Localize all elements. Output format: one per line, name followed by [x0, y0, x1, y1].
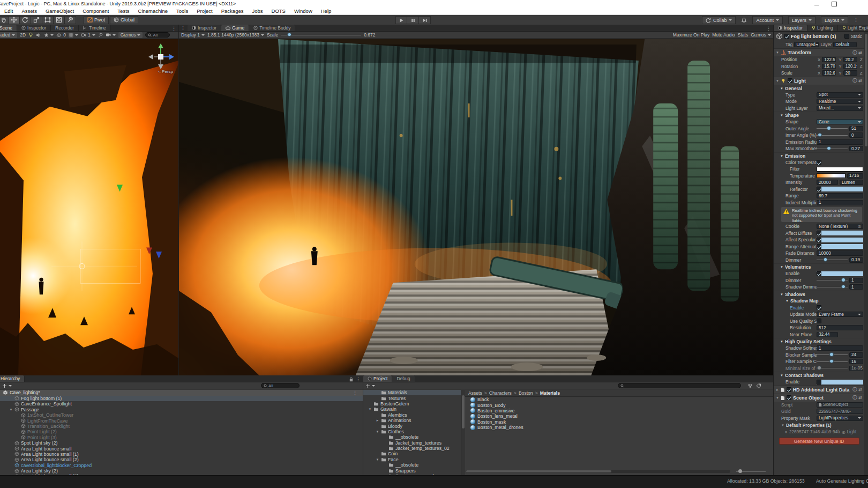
- shadow-enable-checkbox[interactable]: [817, 305, 821, 310]
- move-tool-button[interactable]: [9, 16, 20, 24]
- tab-project[interactable]: Project: [363, 375, 392, 382]
- maximize-button[interactable]: [832, 2, 837, 6]
- range-attenuation-checkbox[interactable]: [817, 244, 821, 249]
- scene-row-menu-icon[interactable]: ⋮: [353, 390, 357, 395]
- light-layer-dropdown[interactable]: Mixed...: [817, 106, 863, 111]
- shadow-dimmer-slider[interactable]: [817, 284, 848, 290]
- project-folder-row[interactable]: Bloody: [363, 423, 461, 428]
- rotation-x-field[interactable]: 15.702: [822, 64, 836, 69]
- menu-item[interactable]: Assets: [17, 8, 41, 14]
- intensity-field[interactable]: 20000: [817, 180, 838, 185]
- static-checkbox[interactable]: [844, 34, 849, 39]
- reflector-checkbox[interactable]: [817, 187, 821, 191]
- rect-tool-button[interactable]: [42, 16, 54, 24]
- material-asset-row[interactable]: Boston_mask: [465, 419, 773, 425]
- resolution-field[interactable]: 512: [817, 325, 863, 330]
- cookie-object-field[interactable]: None (Texture)⊙: [817, 224, 863, 229]
- generate-unique-id-button[interactable]: Generate New Unique ID: [779, 438, 859, 445]
- scale-x-field[interactable]: 102.6: [822, 70, 836, 76]
- section-volumetrics[interactable]: ▼Volumetrics: [774, 263, 864, 270]
- help-icon[interactable]: ⓘ: [852, 78, 857, 84]
- minimize-button[interactable]: [814, 2, 820, 6]
- layer-dropdown[interactable]: Default: [833, 42, 857, 47]
- pause-button[interactable]: [407, 16, 419, 24]
- breadcrumb-item[interactable]: Materials: [540, 390, 560, 396]
- scene-audio-toggle-icon[interactable]: [36, 33, 41, 38]
- stats-toggle[interactable]: Stats: [738, 32, 748, 38]
- scene-tools-icon[interactable]: [98, 33, 103, 38]
- gameobject-name[interactable]: Fog light bottom (1): [791, 34, 836, 39]
- shadow-softness-field[interactable]: 1: [817, 345, 863, 351]
- tab-inspector[interactable]: Inspector: [774, 25, 807, 31]
- hierarchy-create-button[interactable]: [2, 383, 12, 388]
- light-mode-dropdown[interactable]: Realtime: [817, 99, 863, 104]
- game-viewport[interactable]: [179, 39, 773, 375]
- project-folder-row[interactable]: Coin: [363, 451, 461, 456]
- toolbar-kebab-icon[interactable]: ⋮: [854, 18, 858, 23]
- scene-search-input[interactable]: All: [145, 32, 170, 38]
- tab-recorder[interactable]: Recorder: [51, 25, 79, 31]
- emission-dimmer-field[interactable]: 0.19: [849, 257, 863, 263]
- preset-icon[interactable]: ⇄: [858, 395, 862, 400]
- hierarchy-item[interactable]: 1stShot_OutlineTower: [0, 412, 363, 418]
- menu-item[interactable]: DOTS: [267, 8, 290, 14]
- menu-item[interactable]: Tools: [172, 8, 192, 14]
- auto-generate-lighting-status[interactable]: Auto Generate Lighting Off: [816, 478, 868, 484]
- affect-specular-checkbox[interactable]: [817, 238, 821, 242]
- light-type-dropdown[interactable]: Spot: [817, 92, 863, 98]
- hierarchy-item[interactable]: Area Light sky (2): [0, 468, 363, 474]
- pivot-toggle[interactable]: Pivot: [84, 16, 109, 24]
- hierarchy-item[interactable]: LightFromTheCave: [0, 418, 363, 423]
- menu-item[interactable]: Tests: [113, 8, 133, 14]
- minimal-size-field[interactable]: 1e-05: [849, 366, 863, 371]
- collab-button[interactable]: Collab: [702, 16, 736, 24]
- maximize-on-play-toggle[interactable]: Maximize On Play: [673, 32, 710, 38]
- rotate-tool-button[interactable]: [20, 16, 31, 24]
- affect-diffuse-checkbox[interactable]: [817, 231, 821, 235]
- project-folder-row[interactable]: ▼ Gawain: [363, 406, 461, 412]
- max-smoothness-field[interactable]: 0.27: [849, 146, 863, 151]
- project-tree-scrollbar[interactable]: [461, 390, 465, 475]
- effects-dropdown[interactable]: [44, 33, 54, 38]
- material-asset-row[interactable]: Boston_emmisive: [465, 408, 773, 413]
- shape-dropdown[interactable]: Cone: [817, 119, 863, 124]
- breadcrumb-item[interactable]: Assets: [468, 390, 489, 396]
- inner-angle-field[interactable]: 0: [849, 132, 863, 138]
- blocker-sample-field[interactable]: 24: [849, 352, 863, 358]
- default-property-item[interactable]: ▼ 22695747-7a46-4ab9-94b ⊙ Light: [774, 428, 864, 435]
- scene-gizmos-dropdown[interactable]: Gizmos: [118, 32, 143, 38]
- material-asset-row[interactable]: Black: [465, 397, 773, 402]
- range-field[interactable]: 89.7: [817, 193, 863, 198]
- material-asset-row[interactable]: Boston_Body: [465, 402, 773, 408]
- hd-light-data-header[interactable]: ► HD Additional Light Data ⓘ⇄: [774, 386, 864, 394]
- help-icon[interactable]: ⓘ: [852, 50, 857, 56]
- breadcrumb-item[interactable]: Characters: [489, 390, 519, 396]
- project-folder-row[interactable]: Alembics: [363, 412, 461, 418]
- menu-item[interactable]: Component: [78, 8, 113, 14]
- temperature-field[interactable]: 1716: [847, 173, 863, 179]
- emission-radius-field[interactable]: 1: [817, 139, 863, 145]
- scale-tool-button[interactable]: [31, 16, 42, 24]
- inner-angle-slider[interactable]: [817, 132, 848, 138]
- project-search-field[interactable]: [625, 383, 738, 388]
- outer-angle-field[interactable]: 51: [849, 126, 863, 131]
- 2d-toggle[interactable]: 2D: [20, 32, 26, 38]
- minimal-size-slider[interactable]: [817, 366, 848, 371]
- near-plane-field[interactable]: 32.44: [817, 332, 838, 337]
- blocker-sample-slider[interactable]: [817, 352, 848, 358]
- project-folder-row[interactable]: BostonGolem: [363, 401, 461, 406]
- project-folder-row[interactable]: Jacket_temp_textures: [363, 440, 461, 446]
- game-gizmos-dropdown[interactable]: Gizmos: [751, 32, 771, 38]
- update-mode-dropdown[interactable]: Every Frame: [817, 312, 863, 317]
- volumetrics-dimmer-field[interactable]: 1: [849, 278, 863, 283]
- game-tabbar-right-kebab-icon[interactable]: ⋮: [766, 26, 771, 31]
- perspective-toggle[interactable]: < Persp: [158, 69, 173, 74]
- indirect-multiplier-field[interactable]: 1: [817, 200, 863, 205]
- preset-icon[interactable]: ⇄: [858, 78, 862, 83]
- section-shape[interactable]: ▼Shape: [774, 112, 864, 119]
- hierarchy-item[interactable]: CaveEntrance_Spotlight: [0, 401, 363, 406]
- tab-inspector-left[interactable]: Inspector: [17, 25, 51, 31]
- asset-size-slider[interactable]: [736, 470, 766, 472]
- scene-object-checkbox[interactable]: [787, 395, 791, 400]
- game-tabbar-kebab-icon[interactable]: ⋮: [181, 26, 185, 31]
